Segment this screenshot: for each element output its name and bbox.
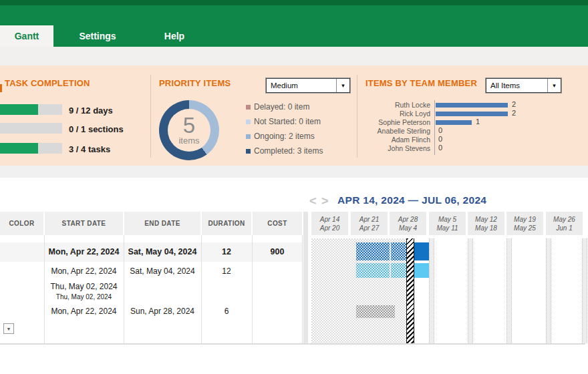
- priority-filter-value: Medium: [267, 81, 336, 89]
- elapsed-time-hatch: [311, 238, 406, 343]
- tab-settings-label: Settings: [79, 31, 116, 41]
- legend-swatch-delayed: [246, 105, 251, 110]
- header-start-date: START DATE: [45, 212, 123, 235]
- cell-start-date[interactable]: Thu, May 02, 2024: [45, 280, 123, 293]
- legend-not-started: Not Started: 0 item: [254, 117, 321, 126]
- week-separator: [506, 238, 512, 343]
- color-cell-dropdown[interactable]: ▼: [3, 323, 14, 334]
- tasks-progress-label: 3 / 4 tasks: [69, 144, 110, 154]
- week-end: May 25: [514, 224, 536, 232]
- team-member-name: Rick Loyd: [321, 110, 430, 118]
- days-progress-fill: [0, 104, 38, 115]
- week-header: May 26 Jun 1: [546, 212, 583, 235]
- team-bar-sophie: [436, 120, 472, 125]
- donut-hole: 5 items: [168, 109, 210, 152]
- team-bar-value: 2: [512, 100, 516, 108]
- dropdown-arrow-icon: ▼: [547, 79, 561, 92]
- tasks-progress-track: [0, 143, 62, 154]
- cell-end-date[interactable]: Sun, Apr 28, 2024: [124, 302, 200, 321]
- legend-swatch-not-started: [246, 120, 251, 124]
- header-end-date: END DATE: [124, 212, 200, 235]
- header-cost: COST: [253, 212, 302, 235]
- week-start: May 5: [438, 215, 456, 224]
- week-header: May 19 May 25: [506, 212, 543, 235]
- table-bottom-border: [0, 343, 585, 345]
- week-separator: [546, 238, 551, 343]
- next-week-button[interactable]: >: [321, 195, 329, 207]
- days-progress-track: [0, 104, 62, 115]
- team-member-name: Anabelle Sterling: [321, 127, 430, 135]
- team-bar-value: 2: [512, 109, 516, 117]
- cell-end-date[interactable]: Sat, May 04, 2024: [124, 262, 200, 280]
- sheet-tab-bar: Gantt Settings Help: [0, 25, 588, 47]
- team-bar-ruth: [436, 103, 508, 108]
- tab-gantt-label: Gantt: [15, 31, 39, 41]
- cell-duration[interactable]: 12: [202, 242, 251, 262]
- tab-settings[interactable]: Settings: [57, 25, 138, 47]
- cell-start-date[interactable]: Mon, Apr 22, 2024: [45, 242, 123, 262]
- column-separator: [302, 235, 303, 343]
- legend-ongoing: Ongoing: 2 items: [254, 132, 315, 141]
- legend-swatch-ongoing: [246, 134, 251, 139]
- week-header: Apr 21 Apr 27: [351, 212, 388, 235]
- team-member-name: Sophie Peterson: [321, 118, 430, 126]
- cropped-icon: [0, 84, 2, 92]
- ribbon-bar: [0, 5, 588, 25]
- tab-help-label: Help: [164, 31, 184, 41]
- week-end: May 18: [475, 224, 497, 232]
- team-bar-rick: [436, 112, 508, 116]
- week-end: May 11: [436, 224, 458, 232]
- cell-end-date[interactable]: Sat, May 04, 2024: [124, 242, 200, 262]
- cell-duration[interactable]: 6: [202, 302, 251, 321]
- team-members-title: ITEMS BY TEAM MEMBER: [365, 78, 477, 88]
- task-completion-title: TASK COMPLETION: [5, 78, 90, 88]
- week-start: Apr 21: [359, 215, 379, 224]
- week-header: Apr 14 Apr 20: [311, 212, 348, 235]
- team-bar-value: 0: [438, 126, 442, 134]
- donut-value: 5: [183, 116, 195, 136]
- cell-cost[interactable]: 900: [253, 242, 302, 262]
- title-bar: [0, 0, 588, 5]
- priority-donut-chart: 5 items: [159, 100, 219, 160]
- tab-help[interactable]: Help: [134, 25, 214, 47]
- team-bar-value: 0: [438, 135, 442, 143]
- sections-progress-track: [0, 123, 62, 134]
- days-progress-label: 9 / 12 days: [69, 106, 113, 116]
- dropdown-arrow-icon: ▼: [7, 327, 11, 331]
- week-start: Apr 28: [398, 215, 418, 224]
- cell-start-date[interactable]: Thu, May 02, 2024: [45, 293, 123, 302]
- toolbar-spacer: [0, 47, 588, 65]
- dropdown-arrow-icon: ▼: [336, 79, 349, 92]
- week-end: May 4: [399, 224, 417, 232]
- week-header: May 12 May 18: [468, 212, 504, 235]
- week-header: May 5 May 11: [429, 212, 466, 235]
- week-separator: [429, 238, 434, 343]
- today-marker-line: [406, 238, 414, 343]
- week-header: Apr 28 May 4: [390, 212, 426, 235]
- week-end: Apr 20: [320, 224, 339, 232]
- week-start: May 26: [553, 215, 575, 224]
- team-filter-value: All Items: [486, 81, 547, 89]
- tab-gantt[interactable]: Gantt: [0, 25, 53, 47]
- team-member-name: Ruth Locke: [321, 101, 430, 109]
- tasks-progress-fill: [0, 143, 38, 154]
- table-gantt-gutter: [303, 212, 308, 344]
- panel-divider: [150, 75, 151, 158]
- cell-start-date[interactable]: Mon, Apr 22, 2024: [45, 302, 123, 321]
- donut-unit: items: [178, 136, 199, 146]
- header-duration: DURATION: [202, 212, 251, 235]
- team-bar-value: 1: [476, 118, 480, 126]
- cell-duration[interactable]: 12: [202, 262, 251, 280]
- cell-start-date[interactable]: Mon, Apr 22, 2024: [45, 262, 123, 280]
- week-start: May 19: [514, 215, 536, 224]
- team-chart-axis: [434, 100, 435, 155]
- section-divider-band: [0, 166, 588, 178]
- date-range-title: APR 14, 2024 — JUL 06, 2024: [337, 194, 486, 206]
- priority-filter-dropdown[interactable]: Medium ▼: [266, 78, 350, 93]
- team-filter-dropdown[interactable]: All Items ▼: [486, 78, 561, 93]
- app-window: Gantt Settings Help TASK COMPLETION 9 / …: [0, 0, 588, 374]
- priority-items-title: PRIORITY ITEMS: [159, 78, 231, 88]
- prev-week-button[interactable]: <: [309, 195, 317, 207]
- legend-delayed: Delayed: 0 item: [254, 102, 309, 112]
- team-member-name: Adam Flinch: [321, 136, 430, 144]
